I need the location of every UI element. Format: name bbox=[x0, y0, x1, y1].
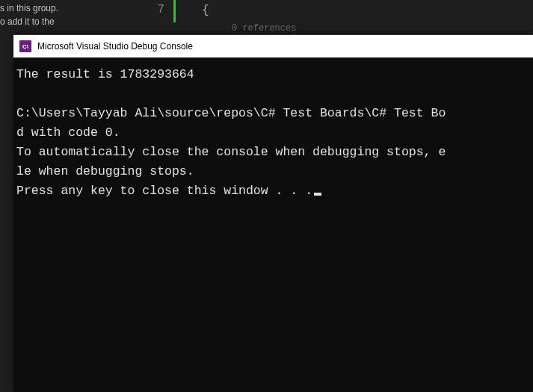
console-line: The result is 1783293664 bbox=[16, 67, 194, 81]
console-line: C:\Users\Tayyab Ali\source\repos\C# Test… bbox=[16, 106, 446, 120]
console-line: d with code 0. bbox=[16, 125, 120, 140]
console-line: To automatically close the console when … bbox=[16, 145, 446, 159]
group-hint-line: s in this group. bbox=[0, 1, 58, 15]
debug-console-window[interactable]: C\ Microsoft Visual Studio Debug Console… bbox=[13, 34, 533, 392]
line-number: 7 bbox=[135, 0, 164, 16]
vs-console-icon: C\ bbox=[19, 40, 31, 52]
editor-code-fragment: { 0 references bbox=[202, 1, 296, 37]
console-line: Press any key to close this window . . . bbox=[16, 184, 312, 198]
gutter-change-marker bbox=[173, 0, 176, 22]
group-hint-line: o add it to the bbox=[0, 15, 58, 28]
console-title-bar[interactable]: C\ Microsoft Visual Studio Debug Console bbox=[13, 35, 533, 57]
cursor-block bbox=[314, 193, 321, 196]
console-title: Microsoft Visual Studio Debug Console bbox=[37, 41, 193, 52]
console-output[interactable]: The result is 1783293664 C:\Users\Tayyab… bbox=[13, 57, 533, 208]
console-line: le when debugging stops. bbox=[16, 164, 194, 178]
group-hint-text: s in this group. o add it to the bbox=[0, 0, 58, 30]
code-brace: { bbox=[202, 1, 296, 19]
